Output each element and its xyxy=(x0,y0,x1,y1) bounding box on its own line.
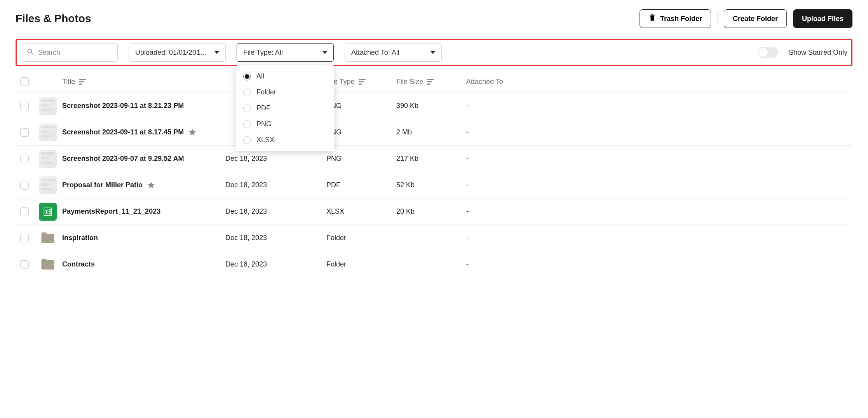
chevron-down-icon xyxy=(214,51,219,54)
file-size: 217 Kb xyxy=(396,155,466,163)
files-table: Title File Type File Size Attached To Sc… xyxy=(16,71,852,277)
chevron-down-icon xyxy=(322,51,327,54)
select-all-checkbox[interactable] xyxy=(20,77,29,86)
upload-files-button[interactable]: Upload Files xyxy=(793,9,852,28)
row-checkbox[interactable] xyxy=(20,181,29,190)
search-input[interactable] xyxy=(38,49,112,57)
column-file-size[interactable]: File Size xyxy=(396,78,466,86)
file-attached-to: - xyxy=(466,128,852,136)
file-date: Dec 18, 2023 xyxy=(225,260,326,268)
column-file-type[interactable]: File Type xyxy=(326,78,396,86)
file-attached-to: - xyxy=(466,260,852,268)
chevron-down-icon xyxy=(431,51,435,54)
row-checkbox[interactable] xyxy=(20,234,29,242)
trash-folder-button[interactable]: Trash Folder xyxy=(640,9,711,28)
radio-icon xyxy=(243,89,251,96)
file-type-filter-label: File Type: All xyxy=(243,49,283,57)
file-title: Proposal for Miller Patio xyxy=(62,181,143,189)
show-starred-label: Show Starred Only xyxy=(789,49,847,57)
file-type-option-label: Folder xyxy=(256,88,276,96)
row-checkbox[interactable] xyxy=(20,155,29,163)
sort-icon xyxy=(359,79,366,85)
file-date: Dec 18, 2023 xyxy=(225,234,326,242)
folder-icon xyxy=(39,256,57,273)
file-type-option[interactable]: Folder xyxy=(236,84,334,100)
row-checkbox[interactable] xyxy=(20,102,29,110)
table-row[interactable]: Screenshot 2023-09-11 at 8.17.45 PM★PNG2… xyxy=(16,119,852,145)
search-input-wrap[interactable] xyxy=(21,43,118,62)
row-checkbox[interactable] xyxy=(20,207,29,216)
file-type-filter[interactable]: File Type: All AllFolderPDFPNGXLSX xyxy=(237,43,334,62)
column-title[interactable]: Title xyxy=(62,78,225,86)
svg-point-2 xyxy=(28,49,31,53)
radio-icon xyxy=(243,73,251,80)
svg-rect-7 xyxy=(49,213,52,214)
file-title: PaymentsReport_11_21_2023 xyxy=(62,207,160,216)
column-attached-to[interactable]: Attached To xyxy=(466,78,852,86)
file-type: XLSX xyxy=(326,207,396,216)
table-row[interactable]: Screenshot 2023-09-07 at 9.29.52 AMDec 1… xyxy=(16,145,852,172)
trash-icon xyxy=(648,14,656,24)
table-row[interactable]: Screenshot 2023-09-11 at 8.21.23 PMPNG39… xyxy=(16,92,852,119)
radio-icon xyxy=(243,136,251,144)
file-size: 390 Kb xyxy=(396,102,466,110)
file-type: PNG xyxy=(326,128,396,136)
svg-rect-0 xyxy=(650,15,655,16)
svg-rect-5 xyxy=(49,209,52,210)
radio-icon xyxy=(243,104,251,112)
row-checkbox[interactable] xyxy=(20,128,29,137)
uploaded-filter-label: Uploaded: 01/01/201… xyxy=(135,49,207,57)
file-type-option-label: All xyxy=(256,72,264,80)
row-checkbox[interactable] xyxy=(20,260,29,269)
file-title: Screenshot 2023-09-11 at 8.17.45 PM xyxy=(62,128,184,136)
file-type: PDF xyxy=(326,181,396,189)
filter-bar: Uploaded: 01/01/201… File Type: All AllF… xyxy=(16,39,852,66)
file-title: Contracts xyxy=(62,260,95,268)
file-type-option[interactable]: XLSX xyxy=(236,132,334,148)
file-type: PNG xyxy=(326,102,396,110)
attached-to-filter[interactable]: Attached To: All xyxy=(345,43,442,62)
file-title: Screenshot 2023-09-07 at 9.29.52 AM xyxy=(62,155,184,163)
show-starred-toggle[interactable] xyxy=(758,47,778,58)
column-file-size-label: File Size xyxy=(396,78,423,86)
file-size: 2 Mb xyxy=(396,128,466,136)
svg-rect-1 xyxy=(651,14,653,15)
sort-icon xyxy=(79,79,86,85)
table-row[interactable]: ContractsDec 18, 2023Folder- xyxy=(16,251,852,277)
uploaded-filter[interactable]: Uploaded: 01/01/201… xyxy=(129,43,226,62)
svg-rect-6 xyxy=(49,211,52,212)
file-attached-to: - xyxy=(466,181,852,189)
file-size: 52 Kb xyxy=(396,181,466,189)
file-title: Screenshot 2023-09-11 at 8.21.23 PM xyxy=(62,102,184,110)
file-type-option[interactable]: PDF xyxy=(236,100,334,116)
sort-icon xyxy=(427,79,434,85)
xlsx-icon xyxy=(39,203,57,221)
search-icon xyxy=(26,48,34,57)
attached-to-filter-label: Attached To: All xyxy=(351,49,399,57)
file-thumbnail xyxy=(39,97,57,115)
table-row[interactable]: InspirationDec 18, 2023Folder- xyxy=(16,225,852,251)
create-folder-button[interactable]: Create Folder xyxy=(724,9,787,28)
divider xyxy=(717,13,718,24)
star-icon[interactable]: ★ xyxy=(188,127,196,138)
file-attached-to: - xyxy=(466,155,852,163)
file-thumbnail xyxy=(39,150,57,168)
table-row[interactable]: Proposal for Miller Patio★Dec 18, 2023PD… xyxy=(16,172,852,198)
table-header: Title File Type File Size Attached To xyxy=(16,71,852,92)
file-attached-to: - xyxy=(466,207,852,216)
file-attached-to: - xyxy=(466,234,852,242)
table-row[interactable]: PaymentsReport_11_21_2023Dec 18, 2023XLS… xyxy=(16,198,852,225)
file-type: PNG xyxy=(326,155,396,163)
star-icon[interactable]: ★ xyxy=(147,180,155,190)
column-attached-to-label: Attached To xyxy=(466,78,503,86)
radio-icon xyxy=(243,120,251,128)
column-title-label: Title xyxy=(62,78,75,86)
file-date: Dec 18, 2023 xyxy=(225,181,326,189)
file-type-option[interactable]: All xyxy=(236,68,334,84)
file-date: Dec 18, 2023 xyxy=(225,207,326,216)
file-size: 20 Kb xyxy=(396,207,466,216)
file-type-option-label: PNG xyxy=(256,120,272,128)
file-type-option[interactable]: PNG xyxy=(236,116,334,132)
file-type-option-label: PDF xyxy=(256,104,270,112)
svg-line-3 xyxy=(31,53,33,55)
